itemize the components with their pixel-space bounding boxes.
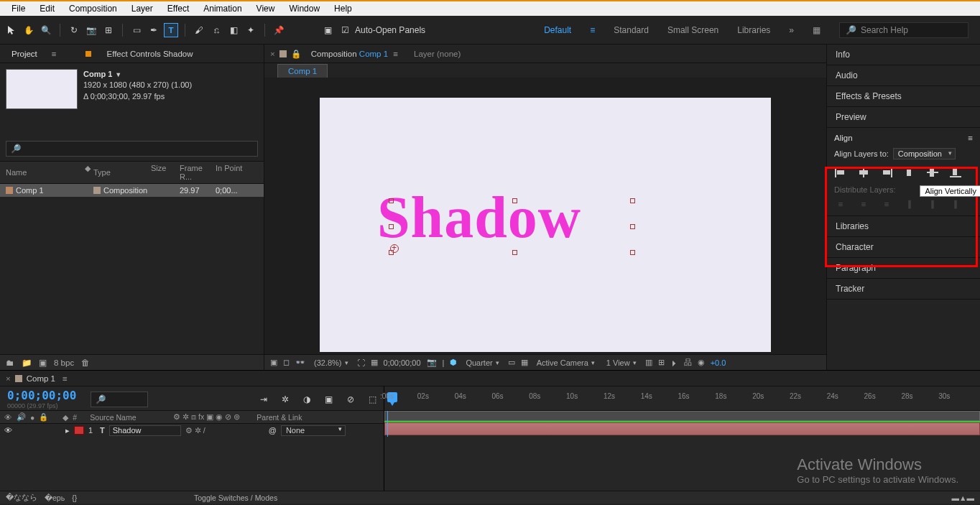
pickwhip-icon[interactable]: @ (269, 426, 277, 435)
timeline-layer-row[interactable]: 👁 ▸ 1 T ⚙ ✲ / @ None (0, 424, 384, 437)
type-tool-icon[interactable]: T (164, 23, 178, 37)
transparency-icon[interactable]: ▦ (521, 358, 528, 367)
resolution-dropdown[interactable]: Quarter ▾ (463, 358, 501, 367)
auto-open-check-icon[interactable]: ☑ (338, 23, 352, 37)
tl-opt2-icon[interactable]: ✲ (282, 394, 289, 404)
composition-canvas[interactable]: Shadow (320, 98, 771, 352)
timeline-search[interactable]: 🔎 (91, 392, 148, 407)
eye-col-icon[interactable]: 👁 (4, 413, 12, 422)
composition-viewport[interactable]: Shadow (264, 78, 826, 354)
bpc-button[interactable]: 8 bpc (54, 358, 74, 367)
rectangle-tool-icon[interactable]: ▭ (129, 23, 144, 37)
tl-opt4-icon[interactable]: ▣ (325, 394, 333, 404)
time-display[interactable]: 0;00;00;00 (384, 358, 421, 367)
tab-composition[interactable]: Composition Comp 1 ≡ (305, 47, 404, 61)
folder-icon[interactable]: 📁 (22, 358, 32, 368)
panel-effects-presets[interactable]: Effects & Presets (827, 86, 980, 107)
audio-col-icon[interactable]: 🔊 (17, 412, 26, 422)
workspace-menu-icon[interactable]: ▦ (813, 25, 820, 35)
panel-paragraph[interactable]: Paragraph (827, 258, 980, 279)
view-opt2-icon[interactable]: ⊞ (658, 358, 665, 367)
align-top-icon[interactable] (903, 167, 916, 178)
camera-dropdown[interactable]: Active Camera ▾ (534, 358, 598, 367)
text-layer-shadow[interactable]: Shadow (377, 184, 581, 251)
layer-duration-bar[interactable] (384, 422, 980, 435)
toggle-channel-icon[interactable]: ◻ (283, 358, 290, 367)
panel-libraries[interactable]: Libraries (827, 216, 980, 237)
align-left-icon[interactable] (834, 167, 847, 178)
workspace-standard[interactable]: Standard (614, 25, 649, 35)
res-full-icon[interactable]: ⛶ (357, 358, 365, 367)
layer-name-input[interactable] (109, 425, 181, 436)
panel-tracker[interactable]: Tracker (827, 279, 980, 300)
layer-expand-icon[interactable]: ▸ (65, 426, 70, 435)
workspace-default[interactable]: Default (544, 25, 571, 35)
roto-tool-icon[interactable]: ✦ (244, 23, 258, 37)
cti-line[interactable] (387, 411, 388, 437)
menu-window[interactable]: Window (282, 2, 327, 15)
menu-view[interactable]: View (249, 2, 282, 15)
label-col-icon[interactable]: ◆ (63, 413, 68, 422)
tab-effect-controls[interactable]: Effect Controls Shadow (103, 47, 198, 61)
align-right-icon[interactable] (880, 167, 893, 178)
workspace-libraries[interactable]: Libraries (737, 25, 770, 35)
exposure-value[interactable]: +0.0 (711, 358, 726, 367)
lock-col-icon[interactable]: 🔒 (39, 412, 48, 422)
align-vcenter-icon[interactable] (926, 167, 939, 178)
anchor-point-icon[interactable] (390, 244, 399, 253)
roi-icon[interactable]: ▭ (508, 358, 515, 367)
selection-tool-icon[interactable] (4, 23, 19, 37)
comp-subtab[interactable]: Comp 1 (277, 64, 328, 78)
tl-opt6-icon[interactable]: ⬚ (369, 394, 376, 404)
panel-toggle-icon[interactable]: ▣ (320, 23, 335, 37)
tab-project[interactable]: Project (7, 47, 42, 61)
toggle-switches-button[interactable]: Toggle Switches / Modes (194, 494, 277, 502)
color-mgmt-icon[interactable]: ⬢ (450, 358, 457, 367)
mask-icon[interactable]: 👓 (295, 358, 305, 367)
workspace-small[interactable]: Small Screen (667, 25, 718, 35)
interpret-icon[interactable]: 🖿 (6, 358, 14, 367)
project-search-input[interactable]: 🔎 (6, 141, 258, 157)
eraser-tool-icon[interactable]: ◧ (226, 23, 241, 37)
panel-character[interactable]: Character (827, 237, 980, 258)
hand-tool-icon[interactable]: ✋ (22, 23, 36, 37)
new-comp-icon[interactable]: ▣ (39, 358, 47, 368)
current-time[interactable]: 0;00;00;00 (7, 389, 76, 402)
project-menu-icon[interactable]: ≡ (52, 50, 57, 58)
work-area-bar[interactable] (384, 411, 980, 421)
panel-audio[interactable]: Audio (827, 65, 980, 86)
pan-behind-tool-icon[interactable]: ⊞ (101, 23, 116, 37)
align-title[interactable]: Align (834, 134, 853, 142)
menu-layer[interactable]: Layer (124, 2, 160, 15)
project-columns-header[interactable]: Name ◆ Type Size Frame R... In Point (0, 161, 264, 184)
timeline-tracks[interactable] (384, 411, 980, 437)
camera-tool-icon[interactable]: 📷 (84, 23, 98, 37)
view-opt3-icon[interactable]: ⏵ (670, 358, 678, 367)
comp-thumbnail[interactable] (6, 69, 78, 109)
toggle-alpha-icon[interactable]: ▣ (270, 358, 277, 367)
zoom-tool-icon[interactable]: 🔍 (39, 23, 53, 37)
grid-icon[interactable]: ▦ (371, 358, 378, 367)
tab-layer-none[interactable]: Layer (none) (408, 47, 466, 61)
menu-file[interactable]: File (4, 2, 32, 15)
layer-eye-icon[interactable]: 👁 (4, 426, 12, 435)
menu-edit[interactable]: Edit (32, 2, 62, 15)
align-bottom-icon[interactable] (949, 167, 962, 178)
menu-effect[interactable]: Effect (160, 2, 196, 15)
zoom-dropdown[interactable]: (32.8%) ▾ (311, 358, 351, 367)
panel-info[interactable]: Info (827, 45, 980, 65)
search-help-input[interactable]: 🔎 Search Help (839, 22, 969, 38)
tf-icon1[interactable]: �ななら (6, 493, 37, 503)
puppet-tool-icon[interactable]: 📌 (272, 23, 286, 37)
tl-menu-icon[interactable]: ≡ (63, 374, 68, 383)
menu-animation[interactable]: Animation (196, 2, 249, 15)
overflow-icon[interactable]: » (789, 25, 794, 35)
menu-help[interactable]: Help (327, 2, 359, 15)
tab-timeline-comp1[interactable]: Comp 1 (27, 374, 55, 383)
brush-tool-icon[interactable]: 🖌 (192, 23, 206, 37)
layer-label-icon[interactable] (74, 426, 84, 435)
panel-preview[interactable]: Preview (827, 107, 980, 128)
trash-icon[interactable]: 🗑 (81, 358, 90, 367)
clone-tool-icon[interactable]: ⎌ (209, 23, 223, 37)
tl-opt5-icon[interactable]: ⊘ (347, 394, 354, 404)
